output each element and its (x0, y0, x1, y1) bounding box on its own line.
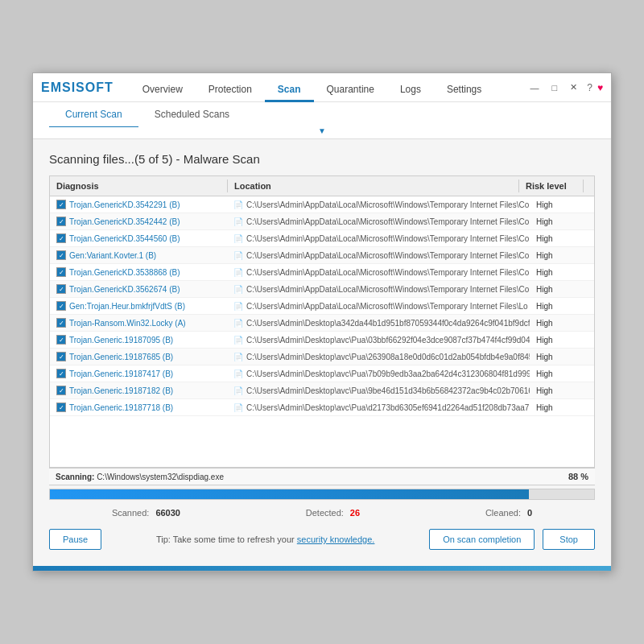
table-row[interactable]: ✓ Trojan.GenericKD.3562674 (B) 📄 C:\User… (50, 281, 594, 298)
row-checkbox[interactable]: ✓ (56, 369, 66, 378)
scan-title: Scanning files...(5 of 5) - Malware Scan (49, 152, 595, 166)
table-row[interactable]: ✓ Trojan.GenericKD.3544560 (B) 📄 C:\User… (50, 230, 594, 247)
file-icon: 📄 (233, 285, 243, 294)
table-row[interactable]: ✓ Gen:Trojan.Heur.bmkfrjfVdtS (B) 📄 C:\U… (50, 298, 594, 315)
row-checkbox[interactable]: ✓ (56, 301, 66, 311)
tip-text: Tip: Take some time to refresh your (156, 535, 297, 544)
threat-location: 📄 C:\Users\Admin\Desktop\avc\Pua\7b09b9e… (227, 368, 530, 380)
threat-location: 📄 C:\Users\Admin\Desktop\avc\Pua\9be46d1… (227, 385, 530, 397)
row-checkbox[interactable]: ✓ (56, 217, 66, 226)
file-icon: 📄 (233, 403, 243, 412)
progress-bar (49, 489, 595, 500)
threat-location: 📄 C:\Users\Admin\Desktop\avc\Pua\263908a… (227, 351, 530, 363)
heart-icon[interactable]: ♥ (597, 82, 603, 93)
help-icon[interactable]: ? (587, 82, 592, 93)
table-row[interactable]: ✓ Trojan.Generic.19187095 (B) 📄 C:\Users… (50, 332, 594, 349)
threat-name: Trojan.GenericKD.3562674 (B) (69, 285, 180, 294)
threat-location: 📄 C:\Users\Admin\AppData\Local\Microsoft… (227, 216, 530, 228)
col-location: Location (227, 180, 518, 192)
app-logo: EMSISOFT (41, 80, 114, 100)
threat-name: Gen:Variant.Kovter.1 (B) (69, 251, 156, 260)
cleaned-value: 0 (527, 508, 532, 518)
file-icon: 📄 (233, 268, 243, 277)
threat-name: Trojan.Generic.19187685 (B) (69, 353, 173, 361)
risk-level: High (530, 199, 594, 211)
threat-location: 📄 C:\Users\Admin\AppData\Local\Microsoft… (227, 233, 530, 245)
window-controls: — □ ✕ (527, 81, 581, 98)
progress-percent: 88 % (568, 472, 588, 481)
nav-tab-protection[interactable]: Protection (196, 79, 265, 102)
table-row[interactable]: ✓ Trojan-Ransom.Win32.Locky (A) 📄 C:\Use… (50, 315, 594, 332)
table-row[interactable]: ✓ Trojan.Generic.19187182 (B) 📄 C:\Users… (50, 382, 594, 399)
table-row[interactable]: ✓ Trojan.Generic.19187718 (B) 📄 C:\Users… (50, 399, 594, 416)
tip-area: Tip: Take some time to refresh your secu… (109, 535, 421, 544)
minimize-button[interactable]: — (527, 82, 543, 93)
risk-level: High (530, 266, 594, 279)
table-body[interactable]: ✓ Trojan.GenericKD.3542291 (B) 📄 C:\User… (50, 196, 594, 467)
risk-level: High (530, 233, 594, 245)
on-scan-completion-button[interactable]: On scan completion (429, 529, 535, 550)
scanning-status: Scanning: C:\Windows\system32\dispdiag.e… (49, 468, 595, 485)
stats-row: Scanned: 66030 Detected: 26 Cleaned: 0 (49, 503, 595, 522)
action-row: Pause Tip: Take some time to refresh you… (49, 522, 595, 553)
risk-level: High (530, 300, 594, 312)
risk-level: High (530, 402, 594, 414)
title-bar: EMSISOFT OverviewProtectionScanQuarantin… (33, 73, 611, 102)
row-checkbox[interactable]: ✓ (56, 386, 66, 395)
nav-tab-logs[interactable]: Logs (387, 79, 434, 102)
row-checkbox[interactable]: ✓ (56, 284, 66, 294)
col-risk: Risk level (518, 180, 583, 192)
table-header: Diagnosis Location Risk level (50, 176, 594, 196)
sub-tab-scheduled-scans[interactable]: Scheduled Scans (138, 102, 246, 128)
stop-button[interactable]: Stop (543, 529, 595, 550)
nav-tab-settings[interactable]: Settings (434, 79, 494, 102)
row-checkbox[interactable]: ✓ (56, 352, 66, 361)
risk-level: High (530, 385, 594, 397)
row-checkbox[interactable]: ✓ (56, 233, 66, 243)
threat-name: Gen:Trojan.Heur.bmkfrjfVdtS (B) (69, 302, 185, 311)
table-row[interactable]: ✓ Trojan.Generic.19187685 (B) 📄 C:\Users… (50, 349, 594, 365)
row-checkbox[interactable]: ✓ (56, 335, 66, 345)
threat-location: 📄 C:\Users\Admin\Desktop\a342da44b1d951b… (227, 317, 530, 329)
threat-name: Trojan.GenericKD.3544560 (B) (69, 234, 180, 243)
risk-level: High (530, 368, 594, 380)
stat-scanned: Scanned: 66030 (112, 508, 180, 518)
row-checkbox[interactable]: ✓ (56, 200, 66, 209)
file-icon: 📄 (233, 302, 243, 311)
table-row[interactable]: ✓ Trojan.Generic.19187417 (B) 📄 C:\Users… (50, 365, 594, 382)
main-window: EMSISOFT OverviewProtectionScanQuarantin… (32, 72, 612, 572)
file-icon: 📄 (233, 251, 243, 260)
table-row[interactable]: ✓ Trojan.GenericKD.3542442 (B) 📄 C:\User… (50, 213, 594, 230)
nav-tab-quarantine[interactable]: Quarantine (314, 79, 387, 102)
file-icon: 📄 (233, 234, 243, 243)
row-checkbox[interactable]: ✓ (56, 267, 66, 277)
nav-tab-overview[interactable]: Overview (130, 79, 196, 102)
table-row[interactable]: ✓ Trojan.GenericKD.3542291 (B) 📄 C:\User… (50, 196, 594, 213)
table-row[interactable]: ✓ Gen:Variant.Kovter.1 (B) 📄 C:\Users\Ad… (50, 247, 594, 264)
sub-tabs: Current Scan Scheduled Scans (33, 102, 611, 129)
threat-name: Trojan-Ransom.Win32.Locky (A) (69, 319, 186, 328)
nav-tab-scan[interactable]: Scan (265, 79, 314, 102)
close-button[interactable]: ✕ (567, 81, 580, 93)
threat-name: Trojan.Generic.19187095 (B) (69, 336, 173, 345)
file-icon: 📄 (233, 319, 243, 328)
table-row[interactable]: ✓ Trojan.GenericKD.3538868 (B) 📄 C:\User… (50, 264, 594, 281)
row-checkbox[interactable]: ✓ (56, 318, 66, 328)
sub-tab-current-scan[interactable]: Current Scan (49, 102, 138, 128)
tip-link[interactable]: security knowledge. (297, 535, 375, 544)
stat-detected: Detected: 26 (306, 508, 360, 518)
col-diagnosis: Diagnosis (50, 180, 227, 192)
threat-location: 📄 C:\Users\Admin\AppData\Local\Microsoft… (227, 199, 530, 211)
row-checkbox[interactable]: ✓ (56, 250, 66, 260)
risk-level: High (530, 317, 594, 329)
threat-location: 📄 C:\Users\Admin\AppData\Local\Microsoft… (227, 300, 530, 312)
title-bar-icons: ? ♥ (587, 82, 603, 98)
maximize-button[interactable]: □ (549, 82, 561, 93)
stat-cleaned: Cleaned: 0 (485, 508, 532, 518)
risk-level: High (530, 216, 594, 228)
threat-location: 📄 C:\Users\Admin\AppData\Local\Microsoft… (227, 266, 530, 279)
row-checkbox[interactable]: ✓ (56, 402, 66, 412)
bottom-bar (33, 566, 611, 571)
pause-button[interactable]: Pause (49, 529, 101, 550)
scanned-value: 66030 (155, 508, 180, 518)
